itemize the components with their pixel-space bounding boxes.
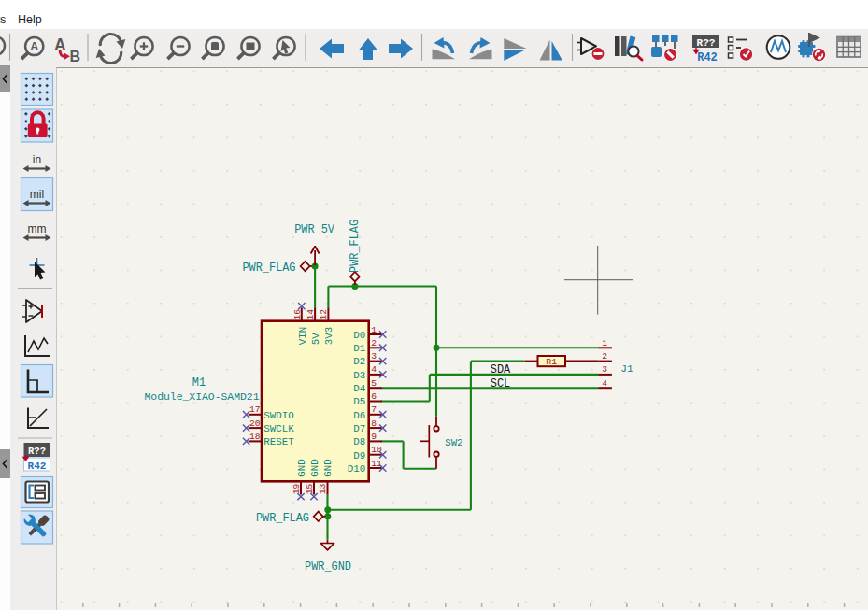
svg-text:J1: J1 — [620, 363, 633, 375]
svg-text:13: 13 — [319, 484, 329, 495]
svg-text:D5: D5 — [353, 396, 365, 407]
svg-text:mm: mm — [28, 222, 47, 235]
svg-text:10: 10 — [371, 445, 382, 455]
svg-text:6: 6 — [371, 391, 377, 402]
svg-text:D4: D4 — [353, 383, 365, 394]
svg-text:RESET: RESET — [263, 436, 294, 447]
svg-text:14: 14 — [306, 309, 316, 320]
svg-text:17: 17 — [249, 404, 261, 415]
svg-text:R1: R1 — [546, 357, 557, 367]
svg-text:11: 11 — [371, 459, 382, 469]
svg-text:5V: 5V — [310, 333, 321, 345]
svg-text:D10: D10 — [348, 463, 365, 475]
svg-text:D8: D8 — [353, 436, 365, 447]
svg-text:PWR_FLAG: PWR_FLAG — [349, 220, 362, 273]
svg-text:12: 12 — [319, 309, 329, 320]
svg-text:VIN: VIN — [297, 327, 308, 345]
svg-text:Module_XIAO-SAMD21: Module_XIAO-SAMD21 — [144, 391, 259, 403]
svg-text:D1: D1 — [353, 343, 365, 354]
svg-text:GND: GND — [296, 459, 307, 476]
svg-text:9: 9 — [371, 432, 377, 442]
svg-text:5: 5 — [371, 378, 377, 389]
svg-text:3: 3 — [371, 351, 377, 362]
svg-text:D7: D7 — [353, 423, 365, 434]
svg-text:GND: GND — [309, 459, 320, 476]
svg-text:3V3: 3V3 — [323, 327, 334, 345]
svg-text:mil: mil — [30, 188, 44, 201]
svg-text:SDA: SDA — [491, 363, 511, 376]
svg-text:R42: R42 — [697, 51, 718, 64]
svg-text:3: 3 — [602, 364, 607, 375]
svg-text:s: s — [0, 13, 6, 26]
svg-text:A: A — [30, 40, 38, 53]
svg-text:GND: GND — [323, 459, 334, 476]
svg-text:4: 4 — [602, 378, 607, 389]
svg-text:16: 16 — [292, 309, 303, 320]
svg-text:R42: R42 — [28, 461, 47, 472]
svg-text:2: 2 — [602, 351, 607, 362]
svg-text:D6: D6 — [353, 410, 365, 421]
svg-text:M1: M1 — [192, 376, 206, 390]
svg-text:2: 2 — [371, 338, 377, 348]
svg-text:SW2: SW2 — [445, 437, 462, 448]
svg-text:19: 19 — [292, 484, 302, 495]
svg-text:PWR_GND: PWR_GND — [305, 560, 351, 574]
svg-text:7: 7 — [371, 404, 377, 415]
svg-text:PWR_5V: PWR_5V — [294, 223, 335, 236]
svg-text:Help: Help — [18, 13, 42, 26]
svg-text:D3: D3 — [353, 370, 365, 381]
svg-text:SWCLK: SWCLK — [263, 423, 294, 434]
svg-text:D9: D9 — [353, 450, 365, 461]
svg-text:R??: R?? — [28, 446, 46, 457]
svg-text:D0: D0 — [353, 330, 365, 341]
svg-text:SWDIO: SWDIO — [263, 410, 293, 421]
svg-text:8: 8 — [371, 418, 377, 429]
svg-text:SCL: SCL — [491, 377, 510, 390]
svg-text:B: B — [70, 49, 81, 64]
svg-text:15: 15 — [305, 484, 315, 495]
svg-text:PWR_FLAG: PWR_FLAG — [256, 512, 309, 525]
svg-text:in: in — [33, 153, 41, 166]
svg-text:4: 4 — [371, 364, 377, 375]
svg-text:1: 1 — [371, 325, 377, 335]
svg-text:D2: D2 — [353, 356, 365, 367]
svg-text:1: 1 — [602, 338, 607, 348]
svg-text:R??: R?? — [697, 37, 716, 49]
svg-text:20: 20 — [249, 418, 261, 429]
svg-text:PWR_FLAG: PWR_FLAG — [242, 262, 295, 275]
svg-text:18: 18 — [249, 432, 261, 442]
